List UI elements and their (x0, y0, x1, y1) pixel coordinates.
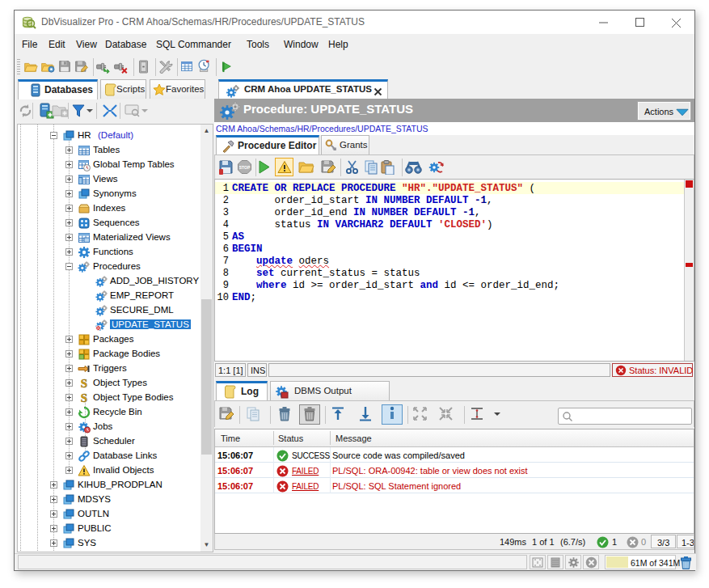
svg-text:S: S (81, 377, 87, 390)
svg-text:S: S (81, 391, 87, 404)
svg-text:STOP: STOP (239, 165, 251, 170)
